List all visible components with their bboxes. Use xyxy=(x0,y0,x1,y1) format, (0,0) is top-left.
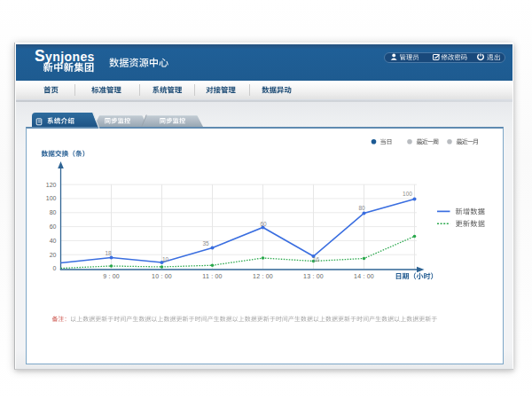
svg-text:100: 100 xyxy=(46,195,57,201)
svg-text:60: 60 xyxy=(50,223,57,230)
svg-text:10: 10 xyxy=(162,256,169,262)
svg-text:10 : 00: 10 : 00 xyxy=(152,273,172,279)
svg-text:13 : 00: 13 : 00 xyxy=(303,273,324,279)
svg-text:80: 80 xyxy=(358,205,365,211)
svg-text:9 : 00: 9 : 00 xyxy=(103,273,120,279)
svg-text:18: 18 xyxy=(105,250,112,256)
svg-text:40: 40 xyxy=(50,238,57,244)
svg-text:60: 60 xyxy=(260,221,267,227)
svg-text:0: 0 xyxy=(53,265,57,271)
svg-text:35: 35 xyxy=(202,240,209,246)
svg-text:11 : 00: 11 : 00 xyxy=(202,273,222,279)
svg-text:14 : 00: 14 : 00 xyxy=(354,273,374,279)
svg-text:100: 100 xyxy=(403,191,412,197)
svg-text:80: 80 xyxy=(50,209,57,215)
svg-text:120: 120 xyxy=(46,182,57,188)
svg-text:20: 20 xyxy=(50,252,57,258)
svg-text:12 : 00: 12 : 00 xyxy=(253,273,273,279)
svg-text:16: 16 xyxy=(313,256,320,262)
